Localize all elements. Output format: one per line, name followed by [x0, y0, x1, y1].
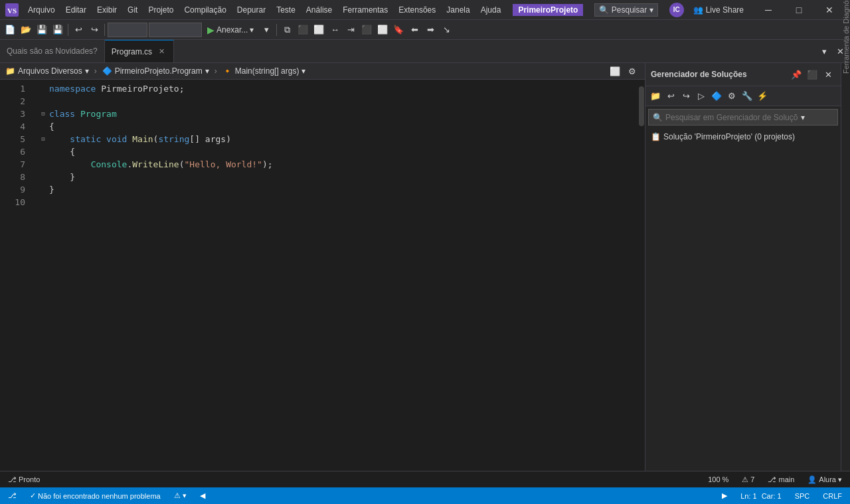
se-search-bar[interactable]: 🔍 ▾: [648, 109, 838, 126]
maximize-button[interactable]: □: [784, 0, 814, 20]
toolbar-btn-6[interactable]: ⬛: [359, 23, 374, 37]
menu-compilacao[interactable]: Compilação: [179, 3, 231, 17]
toolbar-btn-8[interactable]: 🔖: [391, 23, 406, 37]
title-bar-left: VS Arquivo Editar Exibir Git Projeto Com…: [5, 3, 583, 17]
code-line-1: namespace PirmeiroProjeto;: [39, 82, 633, 95]
open-button[interactable]: 📂: [19, 23, 33, 37]
menu-git[interactable]: Git: [122, 3, 143, 17]
se-btn-3[interactable]: ↪: [679, 89, 693, 104]
menu-janela[interactable]: Janela: [441, 3, 475, 17]
nav-left-status[interactable]: ◀: [197, 491, 208, 500]
errors-item[interactable]: ⚠ 7: [739, 475, 757, 484]
code-content[interactable]: namespace PirmeiroProjeto; ⊟ class Progr…: [33, 80, 638, 471]
new-file-button[interactable]: 📄: [3, 23, 17, 37]
se-close-button[interactable]: ✕: [821, 67, 835, 82]
run-extra-button[interactable]: ▾: [259, 23, 274, 37]
menu-ferramentas[interactable]: Ferramentas: [337, 3, 393, 17]
branch-name-label: main: [778, 475, 794, 483]
scrollbar-thumb[interactable]: [639, 86, 644, 126]
warnings-status[interactable]: ⚠ ▾: [171, 491, 189, 500]
toolbar-btn-10[interactable]: ➡: [423, 23, 438, 37]
code-editor[interactable]: 1 2 3 4 5 6 7 8 9 10 namespace PirmeiroP…: [0, 80, 645, 471]
spc-status[interactable]: SPC: [792, 492, 813, 500]
zoom-item[interactable]: 100 %: [705, 475, 731, 483]
method-breadcrumb[interactable]: 🔸 Main(string[] args) ▾: [222, 66, 306, 76]
ln-col-status[interactable]: Ln: 1 Car: 1: [738, 492, 784, 500]
namespace-breadcrumb[interactable]: 🔷 PirmeiroProjeto.Program ▾: [102, 66, 209, 76]
profile-item[interactable]: 👤 Alura ▾: [805, 475, 845, 484]
tab-novidades[interactable]: Quais são as Novidades?: [0, 40, 105, 62]
settings-button[interactable]: ⚙: [625, 64, 639, 78]
code-line-8: }: [39, 171, 633, 183]
git-status-icon: ⎇: [8, 491, 17, 500]
config-dropdown[interactable]: [108, 23, 147, 37]
minimize-button[interactable]: ─: [753, 0, 784, 20]
tab-program-cs[interactable]: Program.cs ✕: [105, 40, 174, 62]
menu-projeto[interactable]: Projeto: [143, 3, 179, 17]
toolbar-btn-5[interactable]: ⇥: [343, 23, 358, 37]
toolbar-btn-3[interactable]: ⬜: [311, 23, 326, 37]
platform-dropdown[interactable]: [149, 23, 202, 37]
git-status-item[interactable]: ⎇ Pronto: [5, 475, 42, 484]
crlf-status[interactable]: CRLF: [820, 492, 845, 500]
vertical-scrollbar[interactable]: [638, 80, 645, 471]
tab-program-cs-label: Program.cs: [112, 47, 152, 56]
search-label: Pesquisar: [612, 5, 647, 15]
search-box[interactable]: 🔍 Pesquisar ▾: [594, 3, 658, 17]
save-button[interactable]: 💾: [35, 23, 49, 37]
namespace-icon: 🔷: [102, 66, 112, 76]
close-button[interactable]: ✕: [814, 0, 845, 20]
redo-button[interactable]: ↪: [87, 23, 102, 37]
toolbar-btn-11[interactable]: ↘: [439, 23, 454, 37]
git-branch-status[interactable]: ⎇: [5, 491, 19, 500]
expand-split-button[interactable]: ⬜: [608, 64, 622, 78]
se-btn-8[interactable]: ⚡: [755, 89, 770, 104]
files-panel-dropdown[interactable]: 📁 Arquivos Diversos ▾: [5, 66, 89, 76]
toolbar-btn-2[interactable]: ⬛: [296, 23, 310, 37]
se-btn-2[interactable]: ↩: [663, 89, 678, 104]
run-button[interactable]: ▶ Anexar... ▾: [203, 23, 258, 37]
no-problem-status[interactable]: ✓ Não foi encontrado nenhum problema: [27, 491, 163, 500]
se-expand-button[interactable]: ⬛: [805, 67, 819, 82]
menu-depurar[interactable]: Depurar: [232, 3, 271, 17]
se-header-actions: 📌 ⬛ ✕: [789, 67, 835, 82]
nav-right-status[interactable]: ▶: [719, 491, 730, 500]
bottom-left: ⎇ Pronto: [5, 475, 42, 484]
menu-exibir[interactable]: Exibir: [92, 3, 122, 17]
se-pin-button[interactable]: 📌: [789, 67, 804, 82]
bottom-bar: ⎇ Pronto 100 % ⚠ 7 ⎇ main 👤 Alura ▾: [0, 471, 850, 487]
se-btn-1[interactable]: 📁: [648, 89, 663, 104]
toolbar-btn-7[interactable]: ⬜: [375, 23, 390, 37]
se-tree-root[interactable]: 📋 Solução 'PirmeiroProjeto' (0 projetos): [645, 131, 841, 143]
menu-analise[interactable]: Análise: [301, 3, 337, 17]
toolbar-btn-4[interactable]: ↔: [327, 23, 342, 37]
toolbar-separator-1: [68, 24, 68, 36]
fold-method-button[interactable]: ⊟: [39, 135, 48, 144]
menu-teste[interactable]: Teste: [271, 3, 301, 17]
branch-item[interactable]: ⎇ main: [765, 475, 797, 484]
ok-icon: ✓: [30, 491, 36, 500]
undo-button[interactable]: ↩: [71, 23, 86, 37]
se-btn-4[interactable]: ▷: [694, 89, 709, 104]
menu-arquivo[interactable]: Arquivo: [23, 3, 60, 17]
se-btn-7[interactable]: 🔧: [740, 89, 754, 104]
se-search-input[interactable]: [665, 113, 798, 122]
se-btn-6[interactable]: ⚙: [724, 89, 739, 104]
save-all-button[interactable]: 💾: [50, 23, 65, 37]
menu-extensoes[interactable]: Extensões: [393, 3, 441, 17]
tab-program-cs-close[interactable]: ✕: [156, 46, 167, 57]
live-share-button[interactable]: 👥 Live Share: [689, 4, 748, 16]
se-search-icon: 🔍: [653, 113, 663, 122]
menu-editar[interactable]: Editar: [60, 3, 92, 17]
toolbar-btn-9[interactable]: ⬅: [407, 23, 422, 37]
errors-icon: ⚠: [742, 475, 748, 484]
title-bar: VS Arquivo Editar Exibir Git Projeto Com…: [0, 0, 850, 20]
toolbar-btn-1[interactable]: ⧉: [280, 23, 294, 37]
menu-ajuda[interactable]: Ajuda: [475, 3, 507, 17]
se-btn-5[interactable]: 🔷: [709, 89, 724, 104]
col-label: Car: 1: [762, 492, 782, 500]
status-right: ▶ Ln: 1 Car: 1 SPC CRLF: [719, 491, 845, 500]
fold-class-button[interactable]: ⊟: [39, 110, 48, 119]
tab-list-button[interactable]: ▾: [817, 44, 831, 58]
window-controls: ─ □ ✕: [753, 0, 845, 20]
